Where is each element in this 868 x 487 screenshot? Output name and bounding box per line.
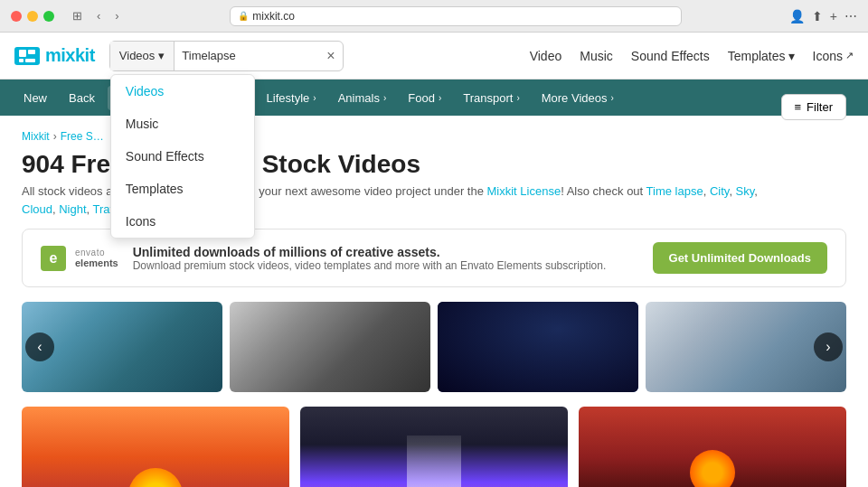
traffic-lights: [11, 11, 54, 22]
dropdown-item-templates[interactable]: Templates: [111, 173, 254, 205]
video-card-3[interactable]: View of the horizon in the sea while a s…: [579, 407, 846, 487]
templates-dropdown-icon: ▾: [788, 49, 795, 63]
cat-item-new[interactable]: New: [14, 86, 56, 110]
forward-button[interactable]: ›: [111, 7, 122, 24]
close-traffic-light[interactable]: [11, 11, 22, 22]
navbar-links: Video Music Sound Effects Templates ▾ Ic…: [530, 49, 854, 63]
breadcrumb-current[interactable]: Free S…: [61, 130, 104, 143]
cat-label-lifestyle: Lifestyle: [267, 91, 310, 105]
food-chevron-icon: ›: [439, 93, 441, 103]
carousel-prev-button[interactable]: ‹: [25, 332, 54, 361]
cat-item-lifestyle[interactable]: Lifestyle ›: [258, 86, 326, 110]
video-thumbnail-1: [22, 407, 289, 487]
night-link[interactable]: Night: [59, 202, 86, 216]
envato-sub: Download premium stock videos, video tem…: [133, 259, 607, 272]
svg-rect-2: [19, 59, 24, 62]
envato-cta-button[interactable]: Get Unlimited Downloads: [653, 242, 827, 274]
carousel-row: [22, 302, 846, 392]
cat-label-back: Back: [69, 91, 95, 105]
dropdown-item-videos[interactable]: Videos: [111, 75, 254, 108]
carousel-item-2[interactable]: [230, 302, 430, 392]
nav-link-video[interactable]: Video: [530, 49, 562, 63]
cat-item-food[interactable]: Food ›: [399, 86, 450, 110]
minimize-traffic-light[interactable]: [27, 11, 38, 22]
account-icon[interactable]: 👤: [789, 9, 805, 23]
logo-icon: [14, 47, 40, 65]
share-icon[interactable]: ⬆: [812, 9, 823, 23]
filter-icon: ≡: [795, 100, 802, 114]
search-category-dropdown[interactable]: Videos ▾: [110, 42, 175, 70]
search-category-label: Videos: [119, 49, 156, 62]
search-container: Videos ▾ × Videos Music Sound Effects Te…: [109, 41, 344, 71]
search-clear-button[interactable]: ×: [319, 48, 342, 64]
lock-icon: 🔒: [238, 11, 249, 21]
lifestyle-chevron-icon: ›: [313, 93, 316, 103]
cat-item-more-videos[interactable]: More Videos ›: [533, 86, 623, 110]
envato-elements-label: elements: [75, 258, 118, 268]
browser-chrome: ⊞ ‹ › 🔒 mixkit.co 👤 ⬆ + ⋯: [0, 0, 868, 33]
carousel-section: ‹ ›: [22, 302, 846, 392]
browser-actions: 👤 ⬆ + ⋯: [789, 9, 857, 23]
video-thumbnail-3: [579, 407, 846, 487]
breadcrumb-home[interactable]: Mixkit: [22, 130, 50, 143]
back-button[interactable]: ‹: [93, 7, 104, 24]
svg-rect-0: [19, 50, 26, 57]
nav-link-music[interactable]: Music: [580, 49, 613, 63]
nav-link-icons[interactable]: Icons ↗: [813, 49, 854, 63]
carousel-next-button[interactable]: ›: [814, 332, 843, 361]
address-bar[interactable]: 🔒 mixkit.co: [230, 6, 682, 26]
extensions-icon[interactable]: ⋯: [844, 9, 857, 23]
cat-item-animals[interactable]: Animals ›: [329, 86, 396, 110]
sidebar-toggle-button[interactable]: ⊞: [69, 7, 86, 24]
add-tab-icon[interactable]: +: [830, 9, 837, 23]
envato-copy: Unlimited downloads of millions of creat…: [133, 245, 607, 272]
dropdown-item-icons[interactable]: Icons: [111, 205, 254, 238]
svg-rect-1: [28, 50, 35, 54]
dropdown-item-sound-effects[interactable]: Sound Effects: [111, 140, 254, 173]
browser-navigation: ⊞ ‹ ›: [69, 7, 123, 24]
animals-chevron-icon: ›: [383, 93, 386, 103]
cat-label-animals: Animals: [338, 91, 380, 105]
logo-text: mixkit: [45, 45, 95, 66]
search-input[interactable]: [175, 49, 319, 62]
envato-e-icon: e: [41, 246, 66, 271]
cat-label-transport: Transport: [463, 91, 513, 105]
cat-label-more-videos: More Videos: [542, 91, 608, 105]
site-logo[interactable]: mixkit: [14, 45, 95, 66]
envato-brand: envato: [75, 248, 118, 258]
nav-link-sound-effects[interactable]: Sound Effects: [631, 49, 710, 63]
search-dropdown-menu: Videos Music Sound Effects Templates Ico…: [110, 74, 255, 239]
cat-label-new: New: [24, 91, 47, 105]
filter-button[interactable]: ≡ Filter: [781, 94, 846, 120]
cat-label-food: Food: [408, 91, 435, 105]
video-card-1[interactable]: Stunning sunset seen from the sea...: [22, 407, 289, 487]
timelapse-link[interactable]: Time lapse: [646, 184, 703, 198]
transport-chevron-icon: ›: [516, 93, 519, 103]
external-link-icon: ↗: [845, 50, 854, 61]
video-grid: Stunning sunset seen from the sea... Tra…: [22, 407, 846, 487]
envato-logo: e envato elements: [41, 246, 118, 271]
carousel-item-3[interactable]: [438, 302, 638, 392]
more-videos-chevron-icon: ›: [610, 93, 613, 103]
video-card-2[interactable]: Traffic in an underground tunnel...: [300, 407, 568, 487]
fullscreen-traffic-light[interactable]: [43, 11, 54, 22]
video-thumbnail-2: [300, 407, 568, 487]
license-link[interactable]: Mixkit License: [487, 184, 561, 198]
filter-label: Filter: [807, 100, 833, 114]
sky-link[interactable]: Sky: [736, 184, 755, 198]
svg-rect-3: [25, 59, 35, 62]
navbar: mixkit Videos ▾ × Videos Music Sound Eff…: [0, 33, 868, 80]
city-link[interactable]: City: [710, 184, 729, 198]
url-text: mixkit.co: [252, 10, 295, 23]
dropdown-item-music[interactable]: Music: [111, 108, 254, 140]
envato-tagline: Unlimited downloads of millions of creat…: [133, 245, 607, 259]
nav-link-templates[interactable]: Templates ▾: [728, 49, 795, 63]
cat-item-back[interactable]: Back: [60, 86, 104, 110]
breadcrumb-separator: ›: [53, 130, 57, 143]
cloud-link[interactable]: Cloud: [22, 202, 52, 216]
cat-item-transport[interactable]: Transport ›: [454, 86, 529, 110]
dropdown-arrow-icon: ▾: [158, 49, 165, 62]
